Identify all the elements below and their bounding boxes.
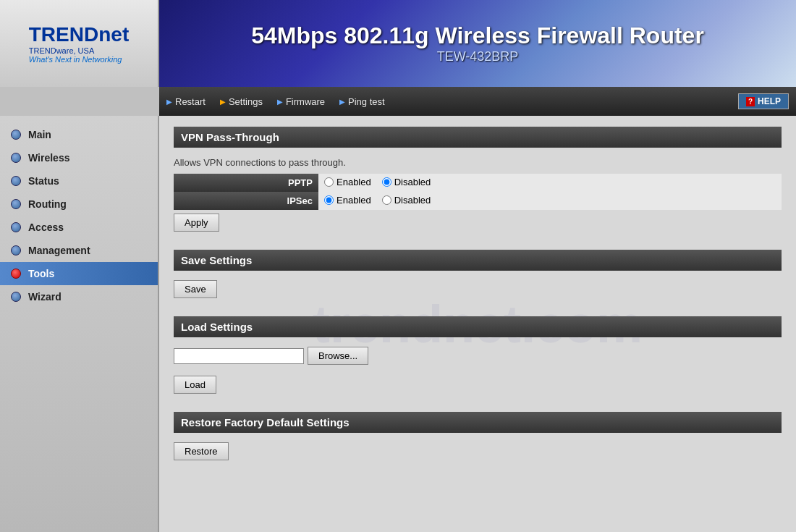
load-button[interactable]: Load	[174, 376, 216, 394]
pptp-options: Enabled Disabled	[318, 174, 782, 192]
sidebar-item-tools[interactable]: Tools	[0, 262, 158, 285]
table-row: PPTP Enabled Disabled	[174, 174, 782, 192]
pptp-disabled-label: Disabled	[394, 177, 431, 187]
ipsec-options: Enabled Disabled	[318, 192, 782, 210]
nav-settings[interactable]: ▶ Settings	[220, 96, 263, 107]
table-row: IPSec Enabled Disabled	[174, 192, 782, 210]
title-area: 54Mbps 802.11g Wireless Firewall Router …	[159, 0, 796, 87]
sidebar-dot-icon	[11, 292, 21, 302]
ipsec-enabled-option[interactable]: Enabled	[324, 195, 371, 206]
pptp-radio-group: Enabled Disabled	[324, 177, 431, 187]
sidebar-item-access[interactable]: Access	[0, 216, 158, 239]
ipsec-label: IPSec	[174, 192, 318, 210]
help-icon: ?	[746, 97, 755, 106]
restore-button[interactable]: Restore	[174, 442, 229, 460]
sidebar-item-wizard[interactable]: Wizard	[0, 285, 158, 308]
save-button[interactable]: Save	[174, 280, 217, 298]
sidebar-dot-icon	[11, 269, 21, 279]
sidebar-dot-icon	[11, 176, 21, 186]
nav-arrow-icon: ▶	[277, 98, 283, 106]
sidebar-item-routing[interactable]: Routing	[0, 193, 158, 216]
save-settings-section: Save Settings Save	[174, 250, 782, 302]
vpn-table: PPTP Enabled Disabled	[174, 174, 782, 210]
sidebar-dot-icon	[11, 199, 21, 209]
restore-section-header: Restore Factory Default Settings	[174, 412, 782, 433]
sidebar-dot-icon	[11, 245, 21, 256]
sidebar-item-status[interactable]: Status	[0, 169, 158, 193]
sidebar-dot-icon	[11, 130, 21, 140]
nav-ping-test[interactable]: ▶ Ping test	[339, 96, 385, 107]
load-settings-section: Load Settings Browse... Load	[174, 316, 782, 397]
vpn-section: VPN Pass-Through Allows VPN connections …	[174, 127, 782, 235]
apply-button[interactable]: Apply	[174, 214, 219, 232]
logo-slogan: What's Next in Networking	[29, 55, 129, 64]
nav-firmware[interactable]: ▶ Firmware	[277, 96, 325, 107]
nav-restart[interactable]: ▶ Restart	[166, 96, 206, 107]
nav-arrow-icon: ▶	[339, 98, 345, 106]
ipsec-disabled-label: Disabled	[394, 195, 431, 206]
pptp-disabled-radio[interactable]	[382, 177, 391, 187]
product-model: TEW-432BRP	[437, 49, 519, 64]
sidebar: Main Wireless Status Routing Access Mana…	[0, 116, 159, 532]
nav-arrow-icon: ▶	[220, 98, 226, 106]
nav-arrow-icon: ▶	[166, 98, 172, 106]
pptp-enabled-option[interactable]: Enabled	[324, 177, 371, 187]
load-row: Browse...	[174, 343, 782, 368]
pptp-enabled-label: Enabled	[336, 177, 371, 187]
logo-brand: TRENDware, USA	[29, 46, 129, 55]
vpn-section-header: VPN Pass-Through	[174, 127, 782, 148]
restore-section: Restore Factory Default Settings Restore	[174, 412, 782, 464]
vpn-description: Allows VPN connections to pass through.	[174, 153, 782, 174]
ipsec-enabled-label: Enabled	[336, 195, 371, 206]
product-title: 54Mbps 802.11g Wireless Firewall Router	[251, 22, 704, 49]
ipsec-disabled-radio[interactable]	[382, 195, 391, 205]
logo-area: TRENDnet TRENDware, USA What's Next in N…	[0, 0, 159, 87]
content-area: trendnet.com VPN Pass-Through Allows VPN…	[159, 116, 796, 532]
sidebar-item-main[interactable]: Main	[0, 123, 158, 146]
sidebar-item-management[interactable]: Management	[0, 239, 158, 262]
browse-button[interactable]: Browse...	[308, 347, 368, 365]
sidebar-item-wireless[interactable]: Wireless	[0, 146, 158, 169]
file-input-display	[174, 348, 304, 364]
ipsec-enabled-radio[interactable]	[324, 195, 334, 205]
pptp-label: PPTP	[174, 174, 318, 192]
help-button[interactable]: ? HELP	[738, 93, 789, 109]
logo-text: TRENDnet	[29, 23, 129, 46]
save-section-header: Save Settings	[174, 250, 782, 271]
sidebar-dot-icon	[11, 222, 21, 232]
ipsec-radio-group: Enabled Disabled	[324, 195, 431, 206]
ipsec-disabled-option[interactable]: Disabled	[382, 195, 431, 206]
sidebar-dot-icon	[11, 153, 21, 163]
pptp-enabled-radio[interactable]	[324, 177, 334, 187]
load-section-header: Load Settings	[174, 316, 782, 337]
pptp-disabled-option[interactable]: Disabled	[382, 177, 431, 187]
